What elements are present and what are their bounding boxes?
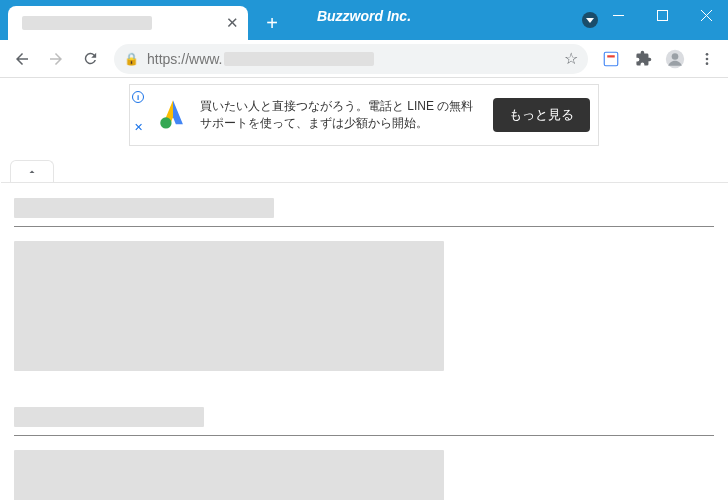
menu-button[interactable] xyxy=(692,44,722,74)
svg-rect-5 xyxy=(607,55,615,57)
heading-placeholder xyxy=(14,198,274,218)
extension-icon-1[interactable] xyxy=(596,44,626,74)
content-block-placeholder xyxy=(14,241,444,371)
maximize-button[interactable] xyxy=(640,0,684,30)
forward-button[interactable] xyxy=(40,43,72,75)
svg-point-8 xyxy=(706,53,709,56)
svg-rect-4 xyxy=(604,52,618,66)
url-text: https://www. xyxy=(147,51,222,67)
google-ads-logo-icon xyxy=(156,96,190,134)
close-window-button[interactable] xyxy=(684,0,728,30)
new-tab-button[interactable]: + xyxy=(258,9,286,37)
address-bar[interactable]: 🔒 https://www. ☆ xyxy=(114,44,588,74)
divider xyxy=(14,226,714,227)
subheading-placeholder xyxy=(14,407,204,427)
browser-tab[interactable]: ✕ xyxy=(8,6,248,40)
ad-cta-button[interactable]: もっと見る xyxy=(493,98,590,132)
svg-rect-1 xyxy=(657,10,667,20)
tab-title-redacted xyxy=(22,16,152,30)
minimize-button[interactable] xyxy=(596,0,640,30)
bookmark-star-icon[interactable]: ☆ xyxy=(564,49,578,68)
titlebar: ✕ + Buzzword Inc. xyxy=(0,0,728,40)
ad-close-icon[interactable]: ✕ xyxy=(134,121,143,134)
reload-button[interactable] xyxy=(74,43,106,75)
lock-icon: 🔒 xyxy=(124,52,139,66)
svg-point-11 xyxy=(160,117,171,128)
toolbar: 🔒 https://www. ☆ xyxy=(0,40,728,78)
content-block-placeholder xyxy=(14,450,444,500)
profile-avatar-icon[interactable] xyxy=(660,44,690,74)
ad-banner[interactable]: i ✕ 買いたい人と直接つながろう。電話と LINE の無料サポートを使って、ま… xyxy=(129,84,599,146)
svg-point-10 xyxy=(706,62,709,65)
window-title: Buzzword Inc. xyxy=(317,8,411,24)
back-button[interactable] xyxy=(6,43,38,75)
tab-close-button[interactable]: ✕ xyxy=(224,15,240,31)
divider xyxy=(14,435,714,436)
url-redacted xyxy=(224,52,374,66)
window-controls xyxy=(596,0,728,30)
svg-point-9 xyxy=(706,57,709,60)
page-content: i ✕ 買いたい人と直接つながろう。電話と LINE の無料サポートを使って、ま… xyxy=(0,78,728,500)
ad-info-icon[interactable]: i xyxy=(132,91,144,103)
extensions-puzzle-icon[interactable] xyxy=(628,44,658,74)
svg-point-7 xyxy=(672,53,679,60)
collapse-toggle[interactable] xyxy=(10,160,54,182)
ad-text: 買いたい人と直接つながろう。電話と LINE の無料サポートを使って、まずは少額… xyxy=(200,98,483,132)
